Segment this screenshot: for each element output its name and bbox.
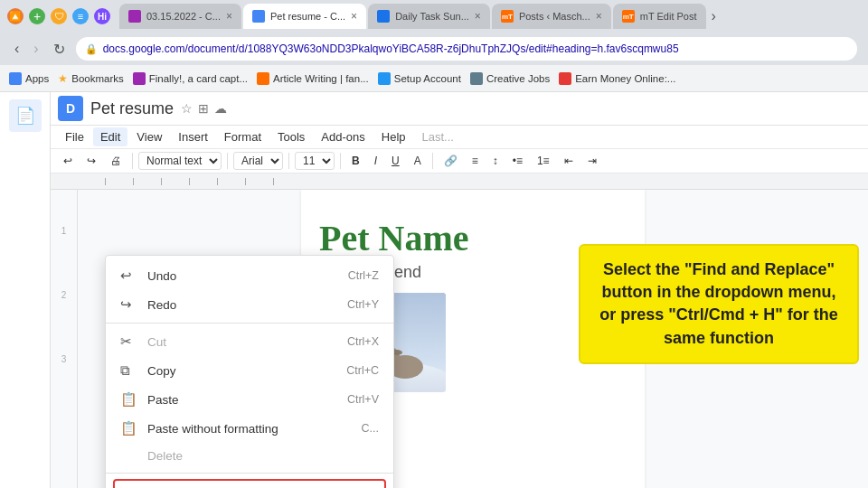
tab-posts[interactable]: mT Posts ‹ Masch... × bbox=[492, 4, 611, 29]
edit-dropdown-menu: ↩ Undo Ctrl+Z ↪ Redo Ctrl+Y ✂ Cut Ctrl+X… bbox=[105, 255, 394, 488]
menu-item-undo-label: Undo bbox=[147, 269, 176, 283]
indent-more-btn[interactable]: ⇥ bbox=[582, 153, 602, 169]
tab-tasks[interactable]: Daily Task Sun... × bbox=[368, 4, 490, 29]
more-tabs-icon[interactable]: › bbox=[712, 8, 716, 24]
star-icon: ★ bbox=[58, 72, 68, 85]
menu-view[interactable]: View bbox=[129, 127, 169, 146]
tab-close-calendar[interactable]: × bbox=[226, 10, 232, 23]
tab-close-tasks[interactable]: × bbox=[475, 10, 481, 23]
bookmark-earn[interactable]: Earn Money Online:... bbox=[559, 72, 675, 85]
tab-favicon-gdoc bbox=[252, 10, 265, 23]
bullet-list-btn[interactable]: •≡ bbox=[507, 153, 528, 169]
menu-item-cut[interactable]: ✂ Cut Ctrl+X bbox=[106, 327, 393, 356]
menu-item-paste[interactable]: 📋 Paste Ctrl+V bbox=[106, 385, 393, 414]
bookmark-bookmarks[interactable]: ★ Bookmarks bbox=[58, 72, 124, 85]
forward-button[interactable]: › bbox=[30, 39, 42, 59]
doc-title-area: D Pet resume ☆ ⊞ ☁ bbox=[58, 96, 227, 121]
text-color-btn[interactable]: A bbox=[409, 153, 427, 169]
undo-shortcut: Ctrl+Z bbox=[348, 269, 379, 282]
ruler-mark bbox=[105, 178, 106, 185]
font-size-select[interactable]: 11 bbox=[295, 152, 335, 170]
ruler-mark bbox=[217, 178, 218, 185]
paste-noformat-icon: 📋 bbox=[120, 420, 138, 436]
callout-box: Select the "Find and Replace" button in … bbox=[579, 244, 859, 364]
menu-item-redo[interactable]: ↪ Redo Ctrl+Y bbox=[106, 290, 393, 319]
link-btn[interactable]: 🔗 bbox=[439, 153, 463, 169]
line-spacing-btn[interactable]: ↕ bbox=[487, 153, 504, 169]
ruler-mark bbox=[245, 178, 246, 185]
ruler bbox=[51, 174, 868, 190]
menu-item-paste-noformat-label: Paste without formatting bbox=[147, 422, 278, 436]
menu-item-undo[interactable]: ↩ Undo Ctrl+Z bbox=[106, 261, 393, 290]
bookmark-apps[interactable]: Apps bbox=[9, 72, 49, 85]
article-favicon bbox=[257, 72, 269, 85]
bookmark-finally[interactable]: Finally!, a card capt... bbox=[133, 72, 248, 85]
cut-shortcut: Ctrl+X bbox=[347, 335, 379, 348]
menu-last: Last... bbox=[415, 127, 461, 146]
redo-toolbar-btn[interactable]: ↪ bbox=[81, 153, 101, 169]
menu-tools[interactable]: Tools bbox=[270, 127, 312, 146]
tab-petresume[interactable]: Pet resume - C... × bbox=[243, 4, 366, 29]
separator-3 bbox=[288, 153, 289, 169]
print-toolbar-btn[interactable]: 🖨 bbox=[105, 153, 127, 169]
undo-toolbar-btn[interactable]: ↩ bbox=[58, 153, 78, 169]
tab-close-posts[interactable]: × bbox=[596, 10, 602, 23]
creative-favicon bbox=[470, 72, 483, 85]
url-text: docs.google.com/document/d/1088YQ3W63oND… bbox=[103, 42, 679, 55]
apps-favicon bbox=[9, 72, 22, 85]
url-bar[interactable]: 🔒 docs.google.com/document/d/1088YQ3W63o… bbox=[76, 37, 857, 61]
menu-item-copy[interactable]: ⧉ Copy Ctrl+C bbox=[106, 356, 393, 385]
doc-sidebar: 📄 bbox=[0, 92, 51, 488]
doc-title: Pet resume bbox=[90, 99, 174, 118]
bookmark-article[interactable]: Article Writing | fan... bbox=[257, 72, 369, 85]
bookmark-creative-label: Creative Jobs bbox=[486, 73, 550, 84]
list-icon: ≡ bbox=[72, 8, 89, 24]
menu-insert[interactable]: Insert bbox=[171, 127, 215, 146]
ruler-mark bbox=[273, 178, 274, 185]
tab-calendar[interactable]: 03.15.2022 - C... × bbox=[119, 4, 241, 29]
doc-menu-bar: File Edit View Insert Format Tools Add-o… bbox=[51, 126, 868, 149]
move-icon[interactable]: ⊞ bbox=[198, 101, 209, 116]
indent-less-btn[interactable]: ⇤ bbox=[559, 153, 579, 169]
menu-format[interactable]: Format bbox=[217, 127, 269, 146]
menu-item-redo-label: Redo bbox=[147, 298, 176, 312]
menu-item-paste-label: Paste bbox=[147, 393, 179, 407]
bookmark-article-label: Article Writing | fan... bbox=[273, 73, 369, 84]
italic-btn[interactable]: I bbox=[369, 153, 382, 169]
normal-text-select[interactable]: Normal text bbox=[138, 152, 222, 170]
bold-btn[interactable]: B bbox=[346, 153, 365, 169]
hi-icon: Hi bbox=[94, 8, 110, 24]
paste-shortcut: Ctrl+V bbox=[347, 393, 379, 406]
bookmark-setup[interactable]: Setup Account bbox=[378, 72, 461, 85]
font-select[interactable]: Arial bbox=[233, 152, 283, 170]
menu-edit[interactable]: Edit bbox=[93, 127, 127, 146]
bookmark-creative[interactable]: Creative Jobs bbox=[470, 72, 550, 85]
menu-addons[interactable]: Add-ons bbox=[314, 127, 372, 146]
sidebar-docs-icon[interactable]: 📄 bbox=[9, 99, 42, 132]
paste-menu-icon: 📋 bbox=[120, 391, 138, 408]
menu-item-paste-noformat[interactable]: 📋 Paste without formatting C... bbox=[106, 414, 393, 443]
finally-favicon bbox=[133, 72, 146, 85]
menu-help[interactable]: Help bbox=[374, 127, 413, 146]
numbered-list-btn[interactable]: 1≡ bbox=[532, 153, 555, 169]
tab-close-petresume[interactable]: × bbox=[351, 10, 357, 23]
callout-text: Select the "Find and Replace" button in … bbox=[599, 260, 838, 347]
menu-item-delete[interactable]: Delete bbox=[106, 443, 393, 469]
margin-num-2: 2 bbox=[61, 290, 67, 300]
menu-file[interactable]: File bbox=[58, 127, 91, 146]
menu-item-find-replace[interactable]: Find and replace Ctrl+H bbox=[113, 479, 386, 488]
margin-num-1: 1 bbox=[61, 226, 67, 236]
tab-editpost[interactable]: mT mT Edit Post bbox=[613, 4, 706, 29]
tab-favicon-calendar bbox=[128, 10, 141, 23]
star-title-icon[interactable]: ☆ bbox=[181, 101, 193, 116]
separator-2 bbox=[227, 153, 228, 169]
underline-btn[interactable]: U bbox=[386, 153, 405, 169]
doc-left-margin: 1 2 3 bbox=[51, 190, 78, 488]
new-tab-icon[interactable]: + bbox=[29, 8, 45, 24]
reload-button[interactable]: ↻ bbox=[50, 39, 69, 60]
align-left-btn[interactable]: ≡ bbox=[467, 153, 484, 169]
earn-favicon bbox=[559, 72, 571, 85]
back-button[interactable]: ‹ bbox=[11, 39, 23, 59]
undo-menu-icon: ↩ bbox=[120, 267, 138, 284]
separator-5 bbox=[432, 153, 433, 169]
